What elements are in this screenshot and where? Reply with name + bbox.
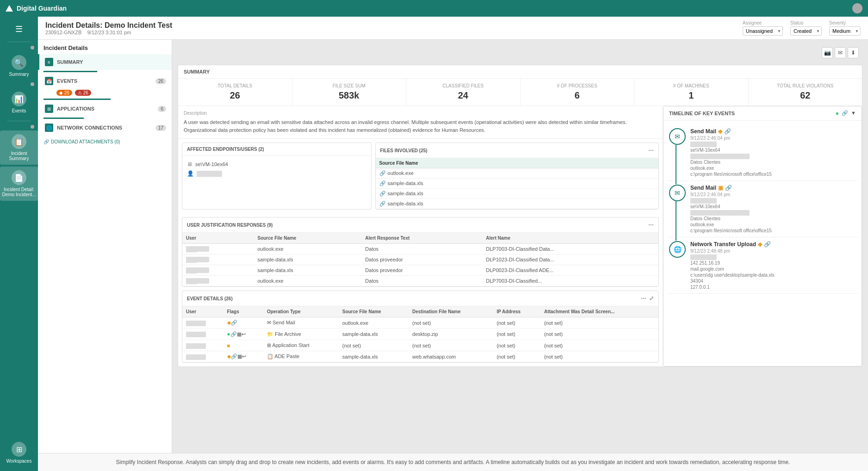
just-col-alert: Alert Name [482, 233, 658, 244]
description-text: A user was detected sending an email wit… [184, 118, 657, 134]
flag-link-1: 🔗 [230, 331, 237, 337]
sidebar-item-incident-summary-label: Incident Summary [2, 151, 36, 161]
stat-rule-violations: TOTAL RULE VIOLATIONS 62 [749, 79, 862, 105]
page-title: Incident Details: Demo Incident Test [45, 21, 735, 30]
just-response-0: Datos [361, 244, 482, 254]
sidebar: ☰ 🔍 summary 📊 Events 📋 Incident Summary … [0, 17, 38, 471]
sidebar-item-incident-summary[interactable]: 📋 Incident Summary [0, 130, 38, 165]
timeline-title: TIMELINE OF KEY EVENTS [669, 111, 735, 116]
sidebar-item-workspaces[interactable]: ⊞ Workspaces [5, 438, 34, 467]
justification-card: USER JUSTIFICATION RESPONSES (9) ··· Use… [182, 217, 659, 287]
email-button[interactable]: ✉ [835, 47, 846, 58]
event-source-3: sample-data.xls [339, 351, 409, 362]
status-select[interactable]: Created [790, 26, 822, 36]
nav-item-applications[interactable]: ⊞ APPLICATIONS 6 [38, 101, 172, 117]
workspaces-icon: ⊞ [12, 442, 26, 457]
user-avatar[interactable] [852, 3, 862, 13]
event-source-1: sample-data.xls [339, 328, 409, 340]
timeline-flag-orange-0: ◆ [718, 128, 722, 135]
events-nav-icon: 📅 [45, 77, 53, 85]
timeline-green-dot: ● [836, 110, 839, 117]
topbar-right [852, 3, 862, 13]
timeline-item-2: 🌐 Network Transfer Upload ◆ 🔗 9/12/23 2:… [667, 237, 858, 294]
op-icon-3: 📋 [267, 353, 273, 359]
timeline-item-1: ✉ Send Mail ▣ 🔗 9/12/23 2:46:04 [667, 181, 858, 237]
stat-processes: # OF PROCESSES 6 [521, 79, 635, 105]
event-details-card: EVENT DETAILS (26) ··· ⤢ User Flags [182, 291, 659, 363]
files-header: FILES INVOLVED (25) ··· [376, 143, 658, 158]
timeline-line-0 [676, 145, 676, 184]
summary-progress [43, 71, 97, 72]
timeline-content-1: Send Mail ▣ 🔗 9/12/23 2:46:04 pm ███████… [690, 185, 856, 233]
assignee-select-wrapper[interactable]: Unassigned [743, 26, 783, 36]
timeline-user-2: ████████ [690, 254, 856, 260]
affected-body: 🖥 se\VM-10ex64 👤 ███████ [182, 156, 371, 182]
flag-orange-3: ◆ [227, 353, 231, 359]
files-menu-button[interactable]: ··· [648, 147, 654, 154]
network-count: 17 [155, 125, 166, 131]
incident-id: 230912-GNXZB [45, 30, 81, 35]
timeline-link-icon: 🔗 [842, 110, 848, 117]
left-panel: Incident Details ≡ SUMMARY 📅 EVENTS 26 ◆… [38, 40, 172, 453]
sidebar-separator-2 [7, 121, 30, 121]
files-card: FILES INVOLVED (25) ··· Source File Name [375, 143, 659, 210]
just-response-2: Datos proveedor [361, 265, 482, 276]
event-details-menu-button[interactable]: ··· [641, 295, 646, 302]
event-user-3: ██████ [182, 351, 223, 362]
sidebar-item-incident-detail-label: Incident Detail: Demo Incident... [2, 187, 36, 197]
timeline-body: ✉ Send Mail ◆ 🔗 9/12/23 2:46:04 [663, 121, 862, 366]
event-table: User Flags Operation Type Source File Na… [182, 306, 658, 362]
sidebar-item-incident-detail[interactable]: 📄 Incident Detail: Demo Incident... [0, 167, 38, 201]
timeline-line-1 [676, 201, 676, 241]
files-col-header: Source File Name [376, 158, 658, 168]
file-icon-2: 🔗 [379, 191, 386, 196]
stat-rule-violations-label: TOTAL RULE VIOLATIONS [754, 83, 857, 88]
download-attachments-link[interactable]: 🔗 DOWNLOAD ATTACHMENTS (0) [38, 136, 172, 148]
severity-select[interactable]: Medium [829, 26, 861, 36]
file-row-1: 🔗sample-data.xls [376, 179, 658, 189]
collapse-panel-button[interactable]: ❮ [172, 237, 172, 256]
bottom-bar-text: Simplify Incident Response. Analysts can… [116, 459, 790, 465]
justification-menu-button[interactable]: ··· [648, 221, 654, 229]
event-ip-2: (not set) [493, 340, 540, 351]
timeline-date-2: 9/12/23 2:48:48 pm [690, 248, 856, 254]
severity-label: Severity [829, 20, 861, 25]
stat-classified-label: CLASSIFIED FILES [412, 83, 515, 88]
assignee-select[interactable]: Unassigned [743, 26, 783, 36]
sidebar-item-investigation[interactable]: 🔍 summary [0, 51, 38, 81]
affected-row-1: 👤 ███████ [187, 169, 366, 178]
event-row-0: ██████ ◆🔗 ✉ Send Mail outlook.exe (not s… [182, 317, 658, 328]
sidebar-item-events[interactable]: 📊 Events [0, 88, 38, 117]
nav-item-network[interactable]: 🌐 NETWORK CONNECTIONS 17 [38, 120, 172, 136]
description-label: Description [184, 111, 657, 116]
camera-button[interactable]: 📷 [822, 47, 833, 58]
just-row-1: ███-User sample-data.xls Datos proveedor… [182, 254, 658, 265]
sidebar-bottom: ⊞ Workspaces [5, 438, 34, 471]
timeline-filter-icon[interactable]: ▼ [851, 110, 856, 117]
applications-nav-icon: ⊞ [45, 105, 53, 113]
assignee-label: Assignee [743, 20, 783, 25]
timeline-event-title-1: Send Mail ▣ 🔗 [690, 185, 856, 191]
middle-row: AFFECTED ENDPOINTS/USERS (2) 🖥 se\VM-10e… [178, 139, 663, 213]
timeline-flag-orange-2: ◆ [758, 241, 762, 248]
applications-count: 6 [158, 106, 166, 112]
download-button[interactable]: ⬇ [848, 47, 859, 58]
timeline-content-0: Send Mail ◆ 🔗 9/12/23 2:46:04 pm ███████… [690, 128, 856, 177]
timeline-flag-yellow-1: ▣ [718, 185, 723, 191]
affected-header: AFFECTED ENDPOINTS/USERS (2) [182, 143, 371, 156]
timeline-process-2: 34304 [690, 279, 856, 284]
page-header: Incident Details: Demo Incident Test 230… [38, 17, 868, 40]
nav-item-events[interactable]: 📅 EVENTS 26 [38, 73, 172, 89]
sidebar-dot-1 [31, 46, 34, 50]
severity-select-wrapper[interactable]: Medium [829, 26, 861, 36]
event-details-expand-button[interactable]: ⤢ [649, 295, 654, 302]
status-select-wrapper[interactable]: Created [790, 26, 822, 36]
event-user-2: ██████ [182, 340, 223, 351]
sidebar-item-toolbar[interactable]: ☰ [0, 20, 38, 38]
timeline-dest-1: ██████████████████ [690, 210, 856, 215]
file-icon-0: 🔗 [379, 170, 386, 176]
status-label: Status [790, 20, 822, 25]
nav-item-summary[interactable]: ≡ SUMMARY [38, 54, 172, 70]
nav-applications-label: APPLICATIONS [57, 106, 154, 112]
file-name-2: 🔗sample-data.xls [376, 189, 658, 199]
